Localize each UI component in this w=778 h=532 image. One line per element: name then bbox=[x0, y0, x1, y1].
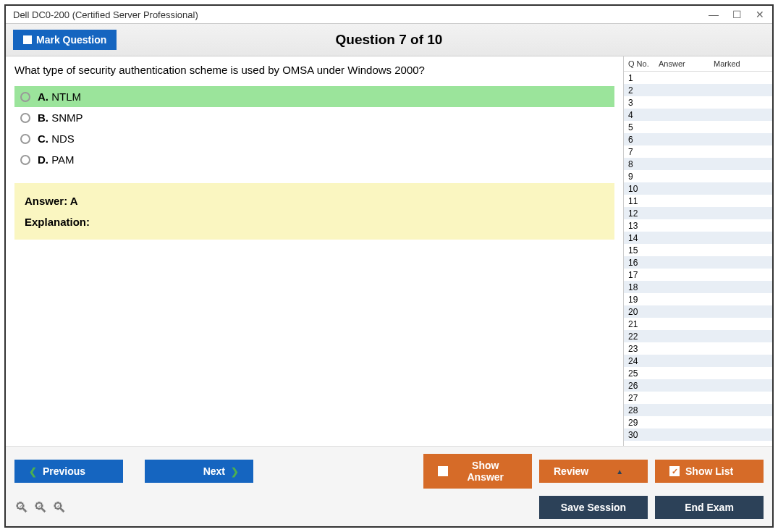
sidebar-list[interactable]: 1234567891011121314151617181920212223242… bbox=[624, 72, 772, 446]
col-qno: Q No. bbox=[628, 59, 659, 68]
question-row[interactable]: 19 bbox=[624, 293, 772, 305]
question-row[interactable]: 10 bbox=[624, 182, 772, 195]
question-row[interactable]: 2 bbox=[624, 84, 772, 96]
question-row[interactable]: 8 bbox=[624, 158, 772, 170]
question-text: What type of security authentication sch… bbox=[14, 64, 614, 76]
question-row[interactable]: 4 bbox=[624, 109, 772, 121]
option-text: NDS bbox=[51, 132, 75, 145]
checkbox-icon bbox=[438, 466, 448, 476]
answer-label: Answer: A bbox=[25, 195, 604, 207]
review-button[interactable]: Review ▲ bbox=[539, 460, 648, 483]
question-row[interactable]: 25 bbox=[624, 367, 772, 379]
next-label: Next bbox=[203, 465, 225, 477]
question-row[interactable]: 12 bbox=[624, 207, 772, 219]
main-panel: What type of security authentication sch… bbox=[6, 56, 623, 446]
question-row[interactable]: 22 bbox=[624, 330, 772, 342]
zoom-out-icon[interactable]: 🔍︎ bbox=[52, 499, 67, 516]
question-list-panel: Q No. Answer Marked 12345678910111213141… bbox=[623, 56, 772, 446]
window-title: Dell DC0-200 (Certified Server Professio… bbox=[13, 9, 198, 20]
row-qno: 13 bbox=[628, 221, 659, 231]
row-qno: 6 bbox=[628, 135, 659, 145]
footer-row-1: ❮ Previous Next ❯ Show Answer Review ▲ ✓… bbox=[6, 446, 772, 493]
row-qno: 11 bbox=[628, 196, 659, 206]
row-qno: 4 bbox=[628, 110, 659, 120]
option-letter: B. bbox=[38, 111, 48, 124]
previous-label: Previous bbox=[43, 465, 85, 477]
question-row[interactable]: 13 bbox=[624, 219, 772, 232]
question-row[interactable]: 1 bbox=[624, 72, 772, 84]
review-label: Review bbox=[554, 465, 588, 477]
question-row[interactable]: 18 bbox=[624, 281, 772, 293]
col-answer: Answer bbox=[659, 59, 714, 68]
row-qno: 19 bbox=[628, 295, 659, 305]
row-qno: 25 bbox=[628, 368, 659, 379]
app-window: Dell DC0-200 (Certified Server Professio… bbox=[4, 4, 774, 528]
row-qno: 15 bbox=[628, 245, 659, 256]
question-row[interactable]: 15 bbox=[624, 244, 772, 256]
option-text: NTLM bbox=[51, 90, 81, 103]
row-qno: 2 bbox=[628, 85, 659, 96]
body: What type of security authentication sch… bbox=[6, 56, 772, 446]
show-answer-button[interactable]: Show Answer bbox=[423, 454, 532, 489]
next-button[interactable]: Next ❯ bbox=[145, 460, 253, 483]
question-row[interactable]: 23 bbox=[624, 342, 772, 355]
option-A[interactable]: A. NTLM bbox=[14, 86, 614, 107]
option-C[interactable]: C. NDS bbox=[14, 128, 614, 149]
explanation-label: Explanation: bbox=[25, 216, 604, 228]
question-row[interactable]: 24 bbox=[624, 355, 772, 367]
radio-icon bbox=[20, 113, 30, 123]
zoom-in-icon[interactable]: 🔍︎ bbox=[14, 499, 29, 516]
end-exam-button[interactable]: End Exam bbox=[655, 496, 764, 519]
row-qno: 7 bbox=[628, 147, 659, 157]
question-row[interactable]: 17 bbox=[624, 269, 772, 281]
radio-icon bbox=[20, 134, 30, 144]
chevron-left-icon: ❮ bbox=[29, 466, 37, 477]
question-row[interactable]: 5 bbox=[624, 121, 772, 133]
row-qno: 9 bbox=[628, 172, 659, 182]
row-qno: 8 bbox=[628, 159, 659, 169]
row-qno: 21 bbox=[628, 319, 659, 329]
question-row[interactable]: 7 bbox=[624, 145, 772, 158]
show-list-label: Show List bbox=[685, 465, 733, 477]
option-letter: C. bbox=[38, 132, 48, 145]
row-qno: 26 bbox=[628, 381, 659, 391]
question-counter: Question 7 of 10 bbox=[336, 32, 443, 48]
show-list-button[interactable]: ✓ Show List bbox=[655, 460, 764, 483]
row-qno: 14 bbox=[628, 233, 659, 243]
question-row[interactable]: 29 bbox=[624, 416, 772, 428]
checkbox-checked-icon: ✓ bbox=[669, 466, 680, 476]
row-qno: 18 bbox=[628, 282, 659, 292]
window-controls: — ☐ ✕ bbox=[709, 9, 765, 20]
question-row[interactable]: 26 bbox=[624, 379, 772, 392]
row-qno: 5 bbox=[628, 122, 659, 132]
question-row[interactable]: 16 bbox=[624, 256, 772, 269]
option-D[interactable]: D. PAM bbox=[14, 149, 614, 170]
question-row[interactable]: 6 bbox=[624, 133, 772, 145]
row-qno: 23 bbox=[628, 344, 659, 354]
row-qno: 27 bbox=[628, 393, 659, 403]
close-icon[interactable]: ✕ bbox=[755, 9, 765, 20]
zoom-controls: 🔍︎ 🔍︎ 🔍︎ bbox=[14, 499, 67, 516]
question-row[interactable]: 28 bbox=[624, 404, 772, 416]
previous-button[interactable]: ❮ Previous bbox=[14, 460, 123, 483]
row-qno: 20 bbox=[628, 307, 659, 317]
question-row[interactable]: 3 bbox=[624, 96, 772, 109]
question-row[interactable]: 21 bbox=[624, 318, 772, 330]
question-row[interactable]: 30 bbox=[624, 428, 772, 441]
row-qno: 22 bbox=[628, 332, 659, 342]
minimize-icon[interactable]: — bbox=[709, 9, 719, 20]
dropdown-arrow-icon: ▲ bbox=[616, 468, 623, 476]
mark-question-button[interactable]: Mark Question bbox=[13, 30, 117, 50]
maximize-icon[interactable]: ☐ bbox=[732, 9, 742, 20]
question-row[interactable]: 27 bbox=[624, 392, 772, 404]
row-qno: 12 bbox=[628, 208, 659, 219]
question-row[interactable]: 11 bbox=[624, 195, 772, 207]
header-bar: Mark Question Question 7 of 10 bbox=[6, 24, 772, 56]
question-row[interactable]: 9 bbox=[624, 170, 772, 182]
question-row[interactable]: 14 bbox=[624, 232, 772, 244]
save-session-button[interactable]: Save Session bbox=[539, 496, 648, 519]
zoom-reset-icon[interactable]: 🔍︎ bbox=[33, 499, 48, 516]
footer-row-2: 🔍︎ 🔍︎ 🔍︎ Save Session End Exam bbox=[6, 493, 772, 526]
option-B[interactable]: B. SNMP bbox=[14, 107, 614, 128]
question-row[interactable]: 20 bbox=[624, 305, 772, 318]
